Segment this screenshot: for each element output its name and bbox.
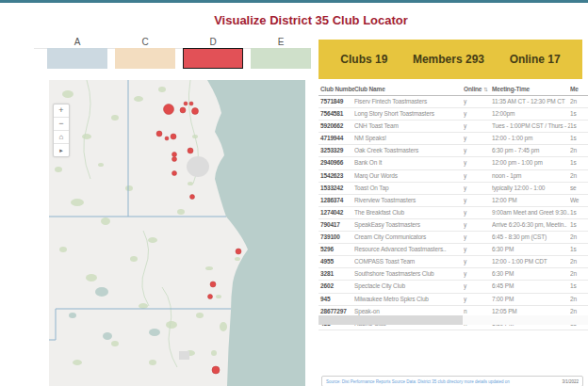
- cell-club-number: 1286374: [318, 195, 354, 206]
- table-row[interactable]: 4719944 NM Speaks! y 12:00 - 1:00 pm 1s: [318, 133, 588, 145]
- cell-club-name: COMPASS Toast Team: [354, 256, 464, 267]
- division-filter-item[interactable]: C: [115, 36, 175, 69]
- table-row[interactable]: 5920662 CNH Toast Team y Tues - 1:00PM C…: [318, 121, 588, 133]
- cell-meeting-time: Arrive 6:20-6:30 pm, Meetin..: [492, 219, 570, 231]
- cell-meeting-time: 12:00 PM: [492, 195, 570, 206]
- expand-arrow-icon[interactable]: ▸: [54, 144, 69, 156]
- division-swatch[interactable]: [115, 48, 175, 69]
- cell-club-number: 3253329: [318, 145, 354, 156]
- cell-club-name: Fiserv Fintech Toastmasters: [354, 96, 464, 107]
- caption-text[interactable]: Source: Dist Performance Reports Source …: [326, 379, 510, 384]
- club-dot[interactable]: [208, 295, 213, 299]
- cell-club-name: Bank On It: [354, 157, 464, 169]
- table-row[interactable]: 5296 Resource Advanced Toastmasters.. y …: [318, 244, 588, 256]
- table-row[interactable]: 3253329 Oak Creek Toastmasters y 6:30 pm…: [318, 145, 588, 157]
- club-dot[interactable]: [188, 148, 193, 153]
- club-dot[interactable]: [189, 102, 193, 105]
- club-dot[interactable]: [180, 107, 186, 113]
- cell-meeting-time: 6:45 - 8:30 pm (CST): [492, 232, 570, 243]
- cell-meeting-day: 2n: [570, 145, 588, 156]
- col-club-name[interactable]: Club Name: [354, 83, 464, 95]
- division-swatch[interactable]: [47, 48, 107, 69]
- table-row[interactable]: 790417 SpeakEasy Toastmasters y Arrive 6…: [318, 219, 588, 232]
- col-meeting-day[interactable]: Me: [570, 83, 588, 95]
- home-icon[interactable]: ⌂: [54, 131, 69, 144]
- cell-meeting-time: 12:00 - 1:00 PM CDT: [492, 256, 570, 267]
- table-row[interactable]: 1533242 Toast On Tap y typically 12:00 -…: [318, 183, 588, 195]
- division-swatch[interactable]: [251, 48, 311, 69]
- cell-club-number: 945: [318, 294, 354, 305]
- cell-meeting-time: 11:35 AM CT - 12:30 PM CT: [492, 96, 570, 107]
- sort-icon[interactable]: ⇅: [483, 87, 487, 92]
- col-club-number[interactable]: Club Number: [318, 83, 354, 95]
- division-filter-item[interactable]: A: [47, 36, 107, 69]
- zoom-in-button[interactable]: +: [54, 105, 69, 118]
- cell-meeting-time: 6:30 pm - 7:45 pm: [492, 145, 570, 156]
- cell-online: y: [464, 183, 492, 194]
- cell-meeting-day: 2n: [570, 96, 588, 107]
- cell-club-number: 2602: [318, 281, 354, 292]
- table-row[interactable]: 3281 Southshore Toastmasters Club y 6:30…: [318, 268, 588, 281]
- cell-meeting-day: 1s: [570, 121, 588, 132]
- club-dot[interactable]: [236, 249, 241, 254]
- table-row[interactable]: 945 Milwaukee Metro Spkrs Club y 7:00 PM…: [318, 294, 588, 306]
- table-row[interactable]: 4955 COMPASS Toast Team y 12:00 - 1:00 P…: [318, 256, 588, 268]
- club-dot[interactable]: [164, 105, 174, 115]
- cell-club-name: CNH Toast Team: [354, 121, 464, 132]
- club-map[interactable]: [49, 80, 305, 386]
- division-legend: A C D E: [47, 36, 309, 69]
- cell-club-name: Spectacle City Club: [354, 281, 464, 292]
- club-dot[interactable]: [172, 153, 177, 157]
- cell-online: y: [464, 268, 492, 280]
- cell-meeting-day: 2n: [570, 256, 588, 267]
- division-label: C: [115, 36, 175, 48]
- table-row[interactable]: 1274042 The Breakfast Club y 9:00am Meet…: [318, 207, 588, 219]
- club-dot[interactable]: [210, 281, 216, 287]
- division-filter-item[interactable]: D: [183, 36, 243, 69]
- cell-online: y: [464, 133, 492, 144]
- table-row[interactable]: 1286374 Riverview Toastmasters y 12:00 P…: [318, 195, 588, 207]
- col-online[interactable]: Online⇅: [464, 83, 492, 95]
- cell-meeting-day: We: [570, 195, 588, 206]
- cell-meeting-day: 1s: [570, 157, 588, 169]
- table-row[interactable]: 7564581 Long Story Short Toastmasters y …: [318, 108, 588, 121]
- col-meeting-time[interactable]: Meeting-Time: [492, 83, 570, 95]
- table-row[interactable]: 7571849 Fiserv Fintech Toastmasters y 11…: [318, 96, 588, 108]
- cell-online: y: [464, 121, 492, 132]
- club-dot[interactable]: [172, 171, 177, 176]
- window-top-edge: [0, 0, 588, 3]
- zoom-out-button[interactable]: −: [54, 118, 69, 131]
- club-dot[interactable]: [172, 157, 177, 162]
- scrollbar-thumb[interactable]: [318, 315, 463, 325]
- cell-meeting-time: 6:45 PM: [492, 281, 570, 292]
- summary-stat: Members 293: [413, 53, 484, 66]
- division-filter-item[interactable]: E: [251, 36, 311, 69]
- cell-online: y: [464, 232, 492, 243]
- club-dot[interactable]: [192, 108, 199, 115]
- table-body: 7571849 Fiserv Fintech Toastmasters y 11…: [318, 96, 588, 330]
- table-row[interactable]: 739100 Cream City Communicators y 6:45 -…: [318, 232, 588, 244]
- club-dot[interactable]: [171, 134, 176, 139]
- cell-online: y: [464, 195, 492, 206]
- club-dot[interactable]: [156, 131, 162, 137]
- division-swatch[interactable]: [183, 48, 243, 69]
- cell-meeting-time: 6:30 PM: [492, 268, 570, 280]
- cell-online: y: [464, 157, 492, 169]
- cell-club-name: Long Story Short Toastmasters: [354, 108, 464, 120]
- cell-meeting-time: 6:30 PM: [492, 244, 570, 255]
- club-dot[interactable]: [165, 137, 169, 140]
- footer-caption: 3/1/2022 Source: Dist Performance Report…: [321, 376, 583, 386]
- cell-club-name: SpeakEasy Toastmasters: [354, 219, 464, 231]
- club-dot[interactable]: [190, 195, 195, 200]
- table-row[interactable]: 1542623 Marq Our Words y noon - 1pm 2n: [318, 170, 588, 183]
- cell-meeting-day: 1s: [570, 244, 588, 255]
- cell-meeting-day: 1s: [570, 108, 588, 120]
- club-dot[interactable]: [212, 366, 220, 374]
- division-label: D: [183, 36, 243, 48]
- table-row[interactable]: 2940966 Bank On It y 12:00 pm - 1:00 pm …: [318, 157, 588, 169]
- club-dot[interactable]: [184, 102, 188, 105]
- table-row[interactable]: 2602 Spectacle City Club y 6:45 PM 1s: [318, 281, 588, 293]
- summary-stat: Clubs 19: [340, 53, 387, 66]
- map-controls: + − ⌂ ▸: [53, 104, 70, 157]
- cell-club-name: Riverview Toastmasters: [354, 195, 464, 206]
